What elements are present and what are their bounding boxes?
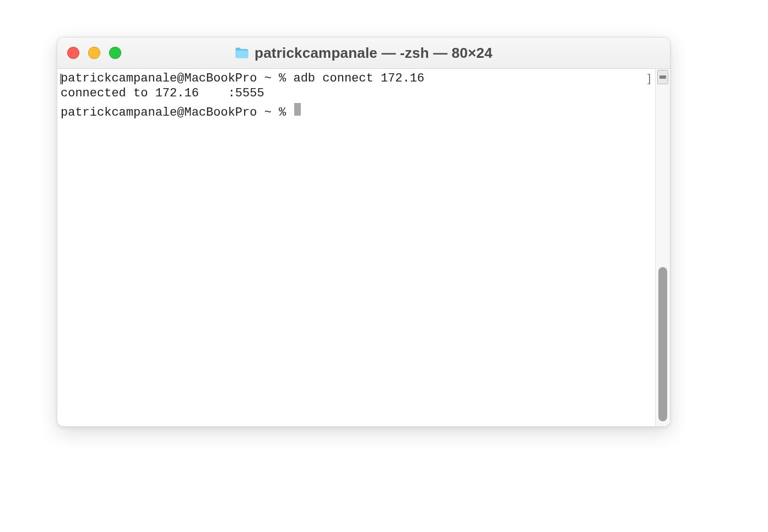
zoom-button[interactable] [109,47,121,59]
terminal-viewport[interactable]: [ ] patrickcampanale@MacBookPro ~ % adb … [57,69,655,426]
minimize-button[interactable] [88,47,100,59]
scrollbar-thumb[interactable] [658,267,667,421]
split-pane-icon[interactable] [657,70,668,84]
terminal-output: patrickcampanale@MacBookPro ~ % adb conn… [57,69,655,103]
window-body: [ ] patrickcampanale@MacBookPro ~ % adb … [57,69,670,426]
traffic-lights [67,47,121,59]
window-title: patrickcampanale — -zsh — 80×24 [255,45,493,62]
titlebar[interactable]: patrickcampanale — -zsh — 80×24 [57,37,670,69]
terminal-prompt: patrickcampanale@MacBookPro ~ % [61,105,293,120]
scrollbar-track[interactable] [656,85,670,426]
terminal-cursor [294,103,301,116]
window-title-area: patrickcampanale — -zsh — 80×24 [57,45,670,62]
terminal-line-2: connected to 172.16 :5555 [61,86,264,100]
close-button[interactable] [67,47,79,59]
terminal-window: patrickcampanale — -zsh — 80×24 [ ] patr… [57,37,670,427]
right-gutter [655,69,670,426]
terminal-prompt-line[interactable]: patrickcampanale@MacBookPro ~ % [57,103,655,120]
folder-icon [235,47,249,59]
svg-rect-0 [236,51,248,58]
terminal-line-1: patrickcampanale@MacBookPro ~ % adb conn… [61,72,424,85]
